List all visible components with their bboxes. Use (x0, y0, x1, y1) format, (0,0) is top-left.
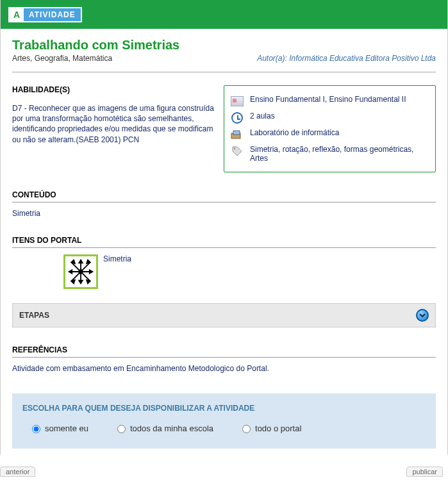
info-tags-row: Simetria, rotação, reflexão, formas geom… (231, 145, 429, 163)
share-option-me-label: somente eu (45, 424, 88, 433)
portal-heading: ITENS DO PORTAL (12, 236, 436, 245)
divider (12, 247, 436, 248)
publish-button[interactable]: publicar (406, 467, 443, 477)
share-option-me[interactable]: somente eu (29, 423, 88, 433)
abilities-heading: HABILIDADE(S) (12, 85, 217, 94)
page-title: Trabalhando com Simetrias (12, 38, 436, 53)
share-radio-school[interactable] (117, 425, 126, 433)
footer-row: anterior publicar (0, 465, 448, 477)
portal-item-thumb (63, 254, 98, 289)
etapas-bar: ETAPAS (12, 303, 436, 327)
conteudo-text: Simetria (12, 209, 436, 218)
share-option-school[interactable]: todos da minha escola (114, 423, 213, 433)
share-box: ESCOLHA PARA QUEM DESEJA DISPONIBILIZAR … (12, 393, 436, 449)
info-level-row: Ensino Fundamental I, Ensino Fundamental… (231, 95, 429, 108)
etapas-toggle-button[interactable] (416, 309, 429, 322)
svg-rect-1 (233, 131, 240, 135)
refs-heading: REFERÊNCIAS (12, 345, 436, 354)
share-radio-portal[interactable] (242, 425, 251, 433)
clock-icon (231, 112, 244, 124)
divider (12, 72, 436, 72)
info-duration-row: 2 aulas (231, 112, 429, 124)
share-option-portal[interactable]: todo o portal (239, 423, 301, 433)
chevron-down-icon (419, 312, 426, 318)
share-radios: somente eu todos da minha escola todo o … (22, 423, 426, 433)
refs-section: REFERÊNCIAS Atividade com embasamento em… (12, 345, 436, 373)
activity-badge: A ATIVIDADE (8, 7, 82, 22)
share-option-school-label: todos da minha escola (130, 424, 213, 433)
svg-point-8 (79, 270, 83, 274)
portal-section: ITENS DO PORTAL (12, 236, 436, 289)
portal-item[interactable]: Simetria (63, 254, 436, 289)
page-root: A ATIVIDADE Trabalhando com Simetrias Ar… (0, 0, 448, 455)
abilities-block: HABILIDADE(S) D7 - Reconhecer que as ima… (12, 85, 217, 172)
portal-item-label: Simetria (103, 254, 131, 263)
info-box: Ensino Fundamental I, Ensino Fundamental… (224, 85, 436, 172)
content-area: Trabalhando com Simetrias Artes, Geograf… (1, 29, 447, 455)
etapas-heading: ETAPAS (19, 311, 49, 320)
conteudo-heading: CONTEÚDO (12, 190, 436, 199)
refs-text: Atividade com embasamento em Encaminhame… (12, 364, 436, 373)
author-text: Autor(a): Informática Educativa Editora … (257, 54, 436, 63)
header-bar: A ATIVIDADE (1, 0, 447, 29)
lab-icon (231, 128, 244, 141)
svg-point-2 (234, 148, 236, 150)
abilities-text: D7 - Reconhecer que as imagens de uma fi… (12, 103, 217, 145)
snowflake-icon (67, 258, 95, 286)
info-duration: 2 aulas (250, 112, 429, 120)
share-option-portal-label: todo o portal (255, 424, 301, 433)
info-level: Ensino Fundamental I, Ensino Fundamental… (250, 95, 429, 104)
info-tags: Simetria, rotação, reflexão, formas geom… (250, 145, 429, 163)
badge-label: ATIVIDADE (24, 10, 81, 19)
divider (12, 357, 436, 358)
info-location: Laboratório de informática (250, 128, 429, 137)
subjects-text: Artes, Geografia, Matemática (12, 54, 112, 63)
divider (12, 202, 436, 203)
conteudo-section: CONTEÚDO Simetria (12, 190, 436, 218)
info-location-row: Laboratório de informática (231, 128, 429, 141)
top-columns: HABILIDADE(S) D7 - Reconhecer que as ima… (12, 85, 436, 172)
share-heading: ESCOLHA PARA QUEM DESEJA DISPONIBILIZAR … (22, 404, 426, 413)
badge-letter: A (10, 8, 24, 22)
prev-button[interactable]: anterior (0, 467, 35, 477)
share-radio-me[interactable] (32, 425, 40, 433)
subtitle-row: Artes, Geografia, Matemática Autor(a): I… (12, 54, 436, 63)
people-icon (231, 95, 244, 108)
tag-icon (231, 145, 244, 158)
